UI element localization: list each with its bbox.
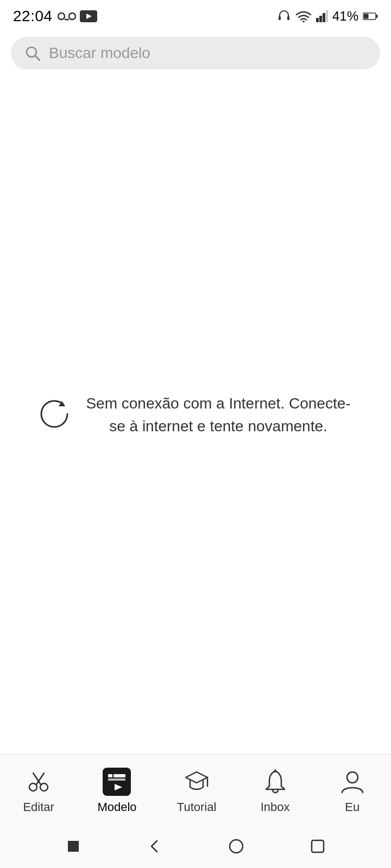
svg-rect-10 <box>323 13 325 22</box>
svg-point-28 <box>347 772 358 783</box>
svg-rect-31 <box>312 840 324 852</box>
headphone-icon <box>277 9 291 23</box>
svg-rect-9 <box>319 16 322 22</box>
scissors-icon <box>24 768 53 796</box>
status-bar: 22:04 <box>0 0 391 30</box>
svg-line-16 <box>35 56 40 60</box>
nav-item-eu[interactable]: Eu <box>325 763 380 819</box>
system-nav <box>0 825 391 868</box>
nav-label-modelo: Modelo <box>97 800 136 814</box>
nav-label-editar: Editar <box>23 800 54 814</box>
voicemail-icon <box>57 11 77 22</box>
search-icon <box>24 44 41 62</box>
search-placeholder-text: Buscar modelo <box>49 44 150 62</box>
svg-point-1 <box>69 13 75 20</box>
profile-icon <box>339 768 366 796</box>
svg-point-0 <box>58 13 65 20</box>
search-bar-container: Buscar modelo <box>0 30 391 76</box>
refresh-icon <box>38 398 71 432</box>
status-extra-icons <box>57 10 97 22</box>
error-container: Sem conexão com a Internet. Conecte-se à… <box>38 392 353 438</box>
svg-rect-6 <box>287 16 289 20</box>
tutorial-icon <box>182 768 211 796</box>
svg-rect-8 <box>316 18 319 22</box>
system-home-button[interactable] <box>225 835 247 857</box>
nav-label-eu: Eu <box>345 800 360 814</box>
svg-rect-5 <box>279 16 281 20</box>
nav-items: Editar Modelo Tutorial <box>0 763 391 818</box>
nav-item-modelo[interactable]: Modelo <box>89 763 145 819</box>
svg-point-7 <box>302 21 305 22</box>
battery-icon <box>363 12 378 21</box>
youtube-icon <box>80 10 97 22</box>
nav-label-inbox: Inbox <box>261 800 290 814</box>
svg-rect-11 <box>326 10 328 22</box>
nav-item-editar[interactable]: Editar <box>11 763 66 819</box>
nav-label-tutorial: Tutorial <box>177 800 217 814</box>
search-bar[interactable]: Buscar modelo <box>11 37 380 69</box>
system-back-button[interactable] <box>144 835 166 857</box>
modelo-icon <box>103 768 131 796</box>
bottom-nav: Editar Modelo Tutorial <box>0 754 391 825</box>
svg-marker-25 <box>115 784 122 790</box>
status-right-icons: 41% <box>277 9 378 24</box>
battery-level: 41% <box>332 9 358 24</box>
svg-rect-23 <box>113 774 125 777</box>
bell-icon <box>262 768 289 796</box>
svg-rect-22 <box>108 774 112 777</box>
nav-item-inbox[interactable]: Inbox <box>248 763 302 819</box>
status-right: 41% <box>277 9 378 24</box>
svg-point-30 <box>230 840 243 853</box>
system-stop-button[interactable] <box>62 835 84 857</box>
error-message: Sem conexão com a Internet. Conecte-se à… <box>84 392 353 438</box>
svg-rect-14 <box>376 15 378 18</box>
system-recents-button[interactable] <box>307 835 329 857</box>
wifi-icon <box>295 10 312 22</box>
svg-rect-24 <box>108 778 125 781</box>
svg-rect-29 <box>68 841 79 852</box>
svg-rect-13 <box>364 14 369 19</box>
main-content: Sem conexão com a Internet. Conecte-se à… <box>0 76 391 754</box>
nav-item-tutorial[interactable]: Tutorial <box>168 763 225 819</box>
status-left: 22:04 <box>13 8 97 25</box>
signal-icon <box>316 10 328 22</box>
status-time: 22:04 <box>13 8 53 25</box>
